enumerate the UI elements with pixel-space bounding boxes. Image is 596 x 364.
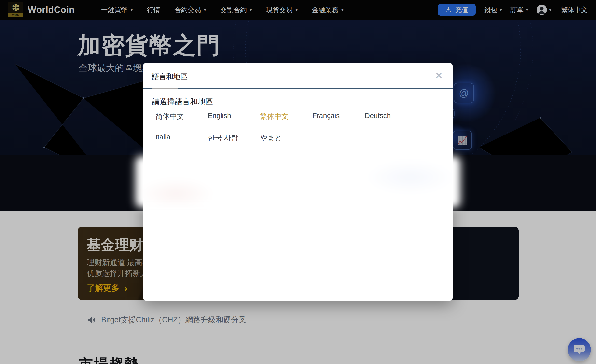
modal-header: 語言和地區 ✕ [143,63,453,89]
language-option-english[interactable]: English [208,112,260,120]
modal-title: 語言和地區 [152,72,188,82]
close-icon[interactable]: ✕ [435,71,443,80]
language-option-german[interactable]: Deutsch [365,112,417,120]
language-option-french[interactable]: Français [312,112,365,120]
language-option-japanese[interactable]: やまと [260,133,312,143]
language-option-italian[interactable]: Italia [155,133,208,141]
language-grid: 简体中文 English 繁体中文 Français Deutsch Itali… [155,112,417,154]
active-tab-indicator [152,88,178,89]
language-option-korean[interactable]: 한국 사람 [208,133,260,143]
language-option-traditional-chinese[interactable]: 繁体中文 [260,112,312,121]
language-prompt: 請選擇語言和地區 [152,96,213,107]
language-option-simplified-chinese[interactable]: 简体中文 [155,112,208,121]
blurred-region [138,158,458,205]
